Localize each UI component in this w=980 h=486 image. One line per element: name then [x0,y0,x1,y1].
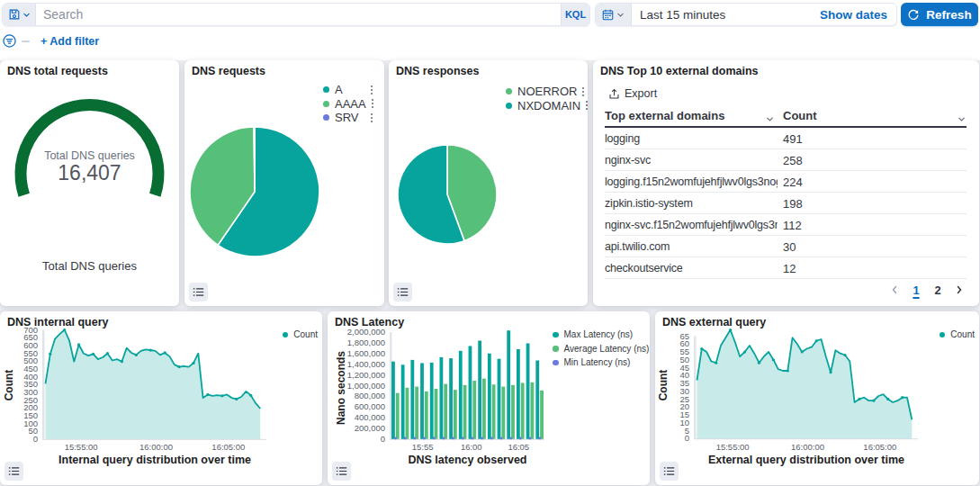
bar-average-latency [435,388,438,438]
vertical-dots-icon [579,86,588,97]
bar-max-latency [488,353,491,438]
column-header-domains[interactable]: Top external domains [605,109,724,122]
list-icon [8,465,20,477]
legend-dot [553,360,559,366]
marker-min-latency [394,436,397,439]
legend-item[interactable]: Count [940,328,975,342]
saved-query-menu-button[interactable] [3,4,36,25]
search-field: KQL [2,3,590,26]
data-point-marker [164,351,166,354]
legend-dot [553,346,559,352]
marker-min-latency [500,436,503,439]
panel-dns-requests: DNS requests AAAAASRV [184,60,384,306]
legend-label: Average Latency (ns) [564,344,650,354]
data-point-marker [715,361,717,364]
data-point-marker [77,343,80,346]
legend-dot [323,101,329,107]
vertical-dots-icon [582,100,588,111]
legend-toggle-button[interactable] [332,462,351,481]
time-range-value[interactable]: Last 15 minutes [632,4,820,25]
legend-dot [323,86,329,93]
panel-dns-total-requests: DNS total requests Total DNS queries 16,… [0,60,179,306]
legend-item[interactable]: Count [283,328,318,342]
bar-max-latency [410,359,414,438]
legend-item[interactable]: Max Latency (ns) [553,328,649,342]
bar-max-latency [535,360,539,438]
legend-item[interactable]: NXDOMAIN [506,99,581,113]
area-fill [697,329,913,438]
x-axis-line [42,438,266,439]
legend-item[interactable]: Min Latency (ns) [553,356,649,370]
page-1-button[interactable]: 1 [907,281,925,299]
cell-domain: logging.f15n2womfujehfjlwv0lgs3nog.... [605,176,778,188]
table-row: logging.f15n2womfujehfjlwv0lgs3nog....22… [605,171,967,193]
legend-item[interactable]: Average Latency (ns) [553,342,649,356]
search-input[interactable] [43,7,561,22]
legend-item-menu-button[interactable] [366,98,379,109]
y-axis-title: Nano seconds [335,347,347,428]
legend-item-menu-button[interactable] [577,86,588,97]
data-point-marker [772,358,775,361]
refresh-button[interactable]: Refresh [901,3,978,26]
cell-count: 224 [783,176,803,189]
legend-item-menu-button[interactable] [365,85,378,95]
bar-max-latency [459,350,463,438]
show-dates-button[interactable]: Show dates [820,4,896,25]
bar-max-latency [517,349,520,439]
bar-average-latency [511,384,515,438]
legend-item[interactable]: AAAA [323,97,378,112]
x-tick-label: 16:00:00 [139,442,173,452]
legend-label: Max Latency (ns) [564,329,634,339]
page-2-button[interactable]: 2 [929,281,947,299]
column-sort-chevron-icon[interactable] [957,112,967,128]
marker-min-latency [443,436,445,439]
filter-icon[interactable] [3,34,16,48]
table-row: nginx-svc258 [605,149,967,171]
chevron-down-icon [22,11,31,19]
legend-item-menu-button[interactable] [365,112,378,123]
kql-language-button[interactable]: KQL [561,4,589,25]
data-point-marker [872,399,875,401]
column-sort-chevron-icon[interactable] [765,112,775,128]
legend-label: A [335,83,343,96]
bar-average-latency [482,378,486,438]
marker-min-latency [404,436,407,439]
legend-item[interactable]: NOERROR [506,85,581,99]
table-row: nginx-svc.f15n2womfujehfjlwv0lgs3no...11… [605,214,967,236]
bar-max-latency [449,358,453,439]
x-tick-label: 16:00:00 [791,441,824,451]
search-input-wrap [36,4,561,25]
y-tick-label: 1,800,000 [347,338,385,347]
vertical-dots-icon [367,85,376,95]
legend-toggle-button[interactable] [189,283,208,302]
gauge-label: Total DNS queries [0,149,179,162]
pie-slice-srv [254,127,255,192]
legend-item-menu-button[interactable] [580,100,588,111]
cell-count: 198 [783,197,803,211]
data-point-marker [49,352,51,355]
gauge-bottom-label: Total DNS queries [0,259,179,273]
column-header-count[interactable]: Count [783,109,817,122]
cell-count: 30 [783,240,796,254]
x-tick-label: 16:05 [508,442,529,452]
x-axis-title: Internal query distribution over time [43,454,266,466]
legend-toggle-button[interactable] [4,462,23,481]
cell-domain: nginx-svc [605,154,778,166]
legend-toggle-button[interactable] [393,283,412,302]
legend-toggle-button[interactable] [660,462,679,481]
legend-item[interactable]: SRV [323,111,378,125]
next-page-button[interactable] [950,283,968,297]
date-picker-calendar-button[interactable] [596,4,632,25]
data-point-marker [220,394,223,397]
legend-label: Count [293,329,318,339]
list-icon [193,286,204,298]
add-filter-button[interactable]: + Add filter [40,35,99,48]
cell-count: 12 [783,262,796,275]
data-point-marker [135,353,138,356]
previous-page-button[interactable] [886,283,904,297]
x-axis-line [694,438,918,439]
y-axis-line [694,336,697,438]
legend-item[interactable]: A [323,83,378,97]
y-axis-title: Count [3,360,15,410]
export-button[interactable]: Export [608,86,657,102]
